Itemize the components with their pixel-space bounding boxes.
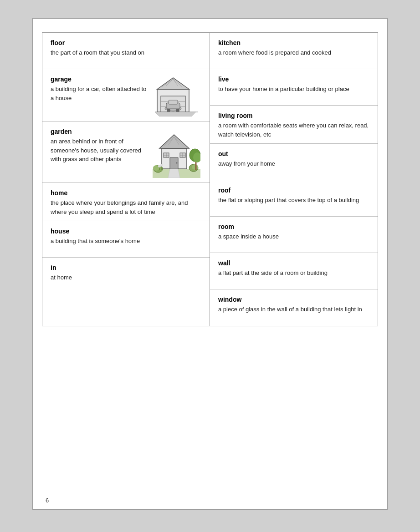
svg-marker-15 xyxy=(155,112,196,117)
word-out: out xyxy=(218,150,369,157)
def-live: to have your home in a particular buildi… xyxy=(218,86,349,92)
entry-out: out away from your home xyxy=(210,144,378,180)
svg-point-39 xyxy=(160,164,163,167)
word-living-room: living room xyxy=(218,112,369,119)
svg-point-35 xyxy=(192,164,198,170)
word-floor: floor xyxy=(51,39,201,46)
svg-point-23 xyxy=(176,162,177,164)
svg-marker-2 xyxy=(157,78,189,89)
left-column: floor the part of a room that you stand … xyxy=(42,33,210,326)
svg-marker-31 xyxy=(168,169,180,178)
page-number: 6 xyxy=(46,497,49,504)
def-out: away from your home xyxy=(218,160,275,167)
word-garage: garage xyxy=(51,76,148,83)
word-garden: garden xyxy=(51,128,148,135)
garage-illustration xyxy=(153,76,200,117)
entry-garden: garden an area behind or in front of som… xyxy=(42,122,210,183)
def-garden: an area behind or in front of someone's … xyxy=(51,138,141,162)
def-living-room: a room with comfortable seats where you … xyxy=(218,122,369,138)
entry-garage: garage a building for a car, often attac… xyxy=(42,69,210,122)
right-column: kitchen a room where food is prepared an… xyxy=(210,33,378,326)
def-home: the place where your belongings and fami… xyxy=(51,199,188,215)
entry-in: in at home xyxy=(42,258,210,294)
def-window: a piece of glass in the wall of a buildi… xyxy=(218,306,362,313)
garage-image xyxy=(151,76,201,117)
entry-house: house a building that is someone's home xyxy=(42,221,210,258)
def-in: at home xyxy=(51,274,72,281)
def-kitchen: a room where food is prepared and cooked xyxy=(218,49,331,56)
word-kitchen: kitchen xyxy=(218,39,369,46)
entry-living-room: living room a room with comfortable seat… xyxy=(210,106,378,144)
svg-marker-17 xyxy=(159,135,189,148)
entry-home: home the place where your belongings and… xyxy=(42,183,210,221)
def-floor: the part of a room that you stand on xyxy=(51,49,144,56)
entry-kitchen: kitchen a room where food is prepared an… xyxy=(210,33,378,69)
word-house: house xyxy=(51,228,201,235)
entry-room: room a space inside a house xyxy=(210,217,378,253)
entry-wall: wall a flat part at the side of a room o… xyxy=(210,253,378,289)
entry-live: live to have your home in a particular b… xyxy=(210,69,378,106)
word-in: in xyxy=(51,264,201,271)
svg-rect-12 xyxy=(169,100,178,104)
word-roof: roof xyxy=(218,187,369,194)
word-window: window xyxy=(218,296,369,303)
def-garage: a building for a car, often attached to … xyxy=(51,86,146,101)
entry-window: window a piece of glass in the wall of a… xyxy=(210,289,378,326)
entry-floor: floor the part of a room that you stand … xyxy=(42,33,210,69)
garden-illustration xyxy=(153,128,200,178)
def-house: a building that is someone's home xyxy=(51,238,140,244)
word-live: live xyxy=(218,76,369,83)
word-home: home xyxy=(51,189,201,197)
word-room: room xyxy=(218,223,369,230)
def-room: a space inside a house xyxy=(218,233,279,240)
page-wrapper: floor the part of a room that you stand … xyxy=(32,18,388,510)
word-wall: wall xyxy=(218,259,369,267)
entry-roof: roof the flat or sloping part that cover… xyxy=(210,180,378,217)
dictionary-grid: floor the part of a room that you stand … xyxy=(42,32,378,326)
def-wall: a flat part at the side of a room or bui… xyxy=(218,269,328,276)
def-roof: the flat or sloping part that covers the… xyxy=(218,197,359,203)
garden-image xyxy=(151,128,201,178)
